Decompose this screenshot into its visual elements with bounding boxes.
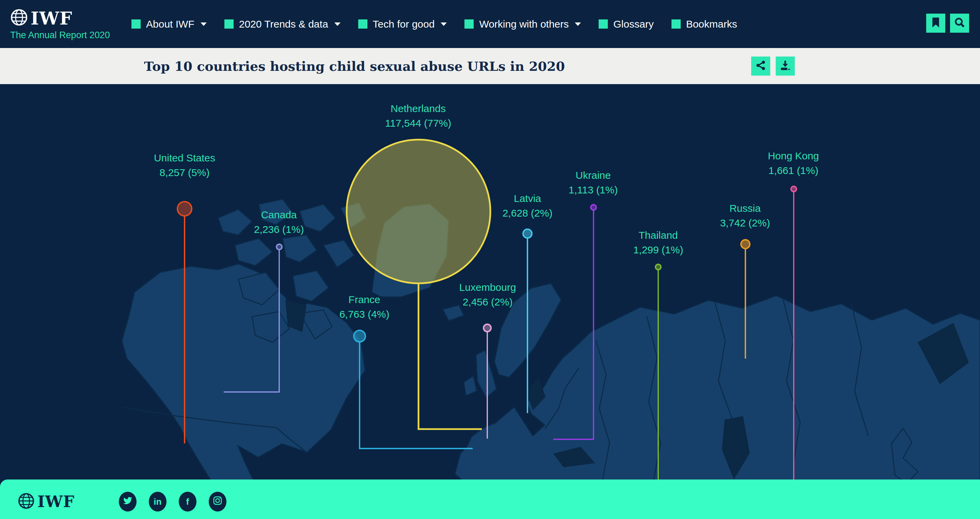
bookmark-icon: [931, 17, 941, 30]
download-button[interactable]: [776, 57, 795, 76]
callout-line-ukraine: [553, 210, 593, 439]
top-navbar: IWF The Annual Report 2020 About IWF2020…: [0, 0, 980, 48]
share-button[interactable]: [751, 57, 770, 76]
search-button[interactable]: [950, 14, 969, 33]
nav-item-label: Working with others: [479, 18, 569, 30]
bubble-map-chart: Netherlands117,544 (77%)United States8,2…: [0, 84, 980, 479]
bubble-marker-united-states[interactable]: [177, 202, 192, 216]
chart-overlay: [0, 84, 980, 479]
nav-item-working-with-others[interactable]: Working with others: [465, 18, 581, 30]
twitter-icon: [123, 496, 132, 508]
bubble-marker-russia[interactable]: [741, 240, 750, 248]
bubble-marker-canada[interactable]: [277, 244, 282, 250]
instagram-icon: [213, 496, 222, 508]
callout-line-france: [360, 342, 473, 449]
social-links: in f: [119, 492, 226, 511]
chart-title-bar: Top 10 countries hosting child sexual ab…: [0, 48, 980, 84]
nav-item-bookmarks[interactable]: Bookmarks: [671, 18, 737, 30]
nav-item-2020-trends-data[interactable]: 2020 Trends & data: [224, 18, 340, 30]
report-subtitle: The Annual Report 2020: [10, 30, 116, 41]
footer-globe-icon: [18, 492, 35, 511]
twitter-link[interactable]: [119, 492, 137, 511]
footer: IWF in f: [0, 479, 980, 519]
page: IWF The Annual Report 2020 About IWF2020…: [0, 0, 980, 519]
search-icon: [954, 17, 965, 29]
chevron-down-icon: [441, 22, 447, 26]
nav-item-label: About IWF: [146, 18, 194, 30]
bookmarks-button[interactable]: [926, 14, 945, 33]
chevron-down-icon: [334, 22, 340, 26]
nav-square-icon: [671, 19, 681, 29]
download-icon: [780, 60, 791, 72]
bubble-marker-hong-kong[interactable]: [791, 186, 797, 192]
bubble-marker-netherlands[interactable]: [347, 140, 490, 283]
bubble-marker-luxembourg[interactable]: [484, 324, 491, 332]
nav-item-label: Bookmarks: [686, 18, 737, 30]
instagram-link[interactable]: [209, 492, 226, 511]
nav-square-icon: [465, 19, 474, 29]
bubble-marker-ukraine[interactable]: [591, 205, 596, 210]
nav-item-label: Glossary: [613, 18, 654, 30]
bubble-marker-thailand[interactable]: [655, 264, 661, 270]
nav-action-buttons: [926, 14, 969, 33]
page-title: Top 10 countries hosting child sexual ab…: [144, 59, 565, 74]
nav-square-icon: [599, 19, 608, 29]
chart-action-buttons: [751, 57, 795, 76]
facebook-link[interactable]: f: [179, 492, 196, 511]
nav-menu: About IWF2020 Trends & dataTech for good…: [131, 18, 737, 30]
nav-square-icon: [224, 19, 234, 29]
footer-logo-wordmark: IWF: [37, 492, 75, 511]
footer-iwf-logo[interactable]: IWF: [18, 492, 75, 511]
iwf-logo[interactable]: IWF The Annual Report 2020: [10, 8, 116, 41]
globe-icon: [10, 8, 28, 27]
callout-line-netherlands: [418, 283, 482, 429]
nav-square-icon: [131, 19, 141, 29]
facebook-icon: f: [186, 497, 189, 507]
chevron-down-icon: [575, 22, 581, 26]
share-icon: [755, 60, 766, 72]
linkedin-link[interactable]: in: [149, 492, 167, 511]
linkedin-icon: in: [154, 497, 161, 507]
nav-square-icon: [358, 19, 368, 29]
nav-item-tech-for-good[interactable]: Tech for good: [358, 18, 447, 30]
nav-item-label: Tech for good: [373, 18, 435, 30]
bubble-marker-latvia[interactable]: [523, 229, 532, 238]
nav-item-about-iwf[interactable]: About IWF: [131, 18, 207, 30]
callout-line-canada: [224, 249, 279, 392]
nav-item-label: 2020 Trends & data: [239, 18, 328, 30]
nav-item-glossary[interactable]: Glossary: [599, 18, 654, 30]
bubble-marker-france[interactable]: [354, 330, 365, 342]
logo-wordmark: IWF: [31, 8, 73, 29]
chevron-down-icon: [200, 22, 207, 26]
